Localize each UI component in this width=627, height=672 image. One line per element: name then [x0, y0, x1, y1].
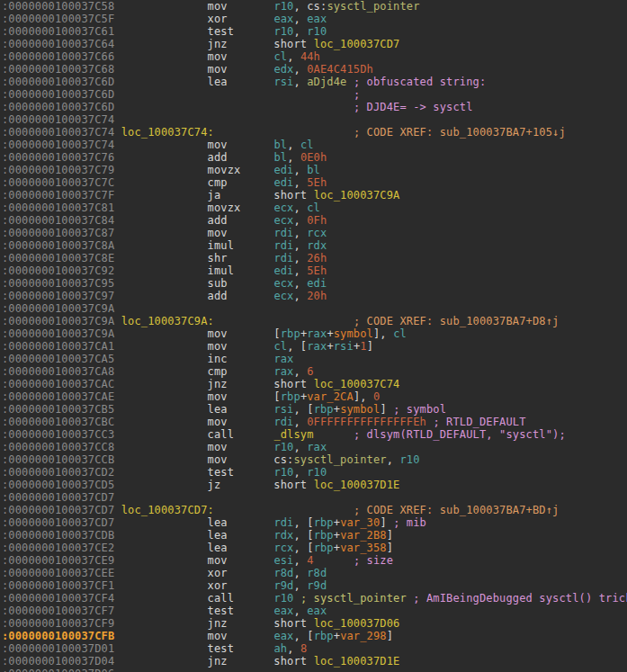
address: :0000000100037C61 [2, 25, 114, 38]
asm-line[interactable]: :0000000100037C74 [2, 113, 627, 126]
asm-line[interactable]: :0000000100037CC8 mov r10, rax [2, 441, 627, 453]
asm-line[interactable]: :0000000100037CAE mov [rbp+var_2CA], 0 [2, 390, 627, 403]
asm-line[interactable]: :0000000100037CEE xor r8d, r8d [2, 567, 627, 579]
data-symbol: aDjd4e [307, 76, 346, 88]
auto-comment: ; sysctl_pointer [300, 592, 407, 605]
register: rdi [273, 252, 293, 264]
data-symbol: sysctl_pointer [294, 453, 387, 466]
asm-line[interactable]: :0000000100037CD7 [2, 491, 627, 504]
register: r10 [400, 453, 420, 466]
asm-line[interactable]: :0000000100037CD5 jz short loc_100037D1E [2, 479, 627, 491]
asm-line[interactable]: :0000000100037C87 mov rdi, rcx [2, 227, 627, 239]
stack-variable: var_298 [340, 630, 387, 642]
address: :0000000100037CF9 [2, 617, 114, 630]
asm-line[interactable]: :0000000100037CCB mov cs:sysctl_pointer,… [2, 453, 627, 466]
asm-line[interactable]: :0000000100037C8E shr rdi, 26h [2, 252, 627, 264]
register: eax [273, 13, 293, 25]
asm-line[interactable]: :0000000100037C79 movzx edi, bl [2, 164, 627, 176]
asm-line[interactable]: :0000000100037CFB mov eax, [rbp+var_298] [2, 630, 627, 642]
number-literal: 8 [300, 642, 307, 655]
asm-line[interactable]: :0000000100037CC3 call _dlsym ; dlsym(RT… [2, 428, 627, 441]
asm-line[interactable]: :0000000100037CD7 lea rdi, [rbp+var_30] … [2, 516, 627, 529]
register: edi [273, 164, 293, 176]
stack-variable: symbol [334, 327, 373, 340]
asm-line[interactable]: :0000000100037C6D lea rsi, aDjd4e ; obfu… [2, 76, 627, 88]
asm-line[interactable]: :0000000100037CA8 cmp rax, 6 [2, 365, 627, 378]
stack-variable: symbol [340, 403, 380, 416]
register: bl [273, 139, 287, 151]
asm-line[interactable]: :0000000100037C9A mov [rbp+rax+symbol], … [2, 327, 627, 340]
asm-text: , [294, 365, 308, 378]
asm-line[interactable]: :0000000100037CF4 call r10 ; sysctl_poin… [2, 592, 627, 605]
comment: ; symbol [393, 403, 446, 416]
asm-line[interactable]: :0000000100037C58 mov r10, cs:sysctl_poi… [2, 0, 627, 13]
asm-line[interactable]: :0000000100037C74 mov bl, cl [2, 139, 627, 151]
asm-text: lea [114, 542, 273, 554]
address: :0000000100037CD7 [2, 516, 114, 529]
asm-line[interactable]: :0000000100037CE2 lea rcx, [rbp+var_358] [2, 542, 627, 554]
address: :0000000100037CAE [2, 390, 114, 403]
asm-line[interactable]: :0000000100037C68 mov edx, 0AE4C415Dh [2, 63, 627, 76]
code-label: _dlsym [273, 428, 313, 441]
asm-line[interactable]: :0000000100037D06 [2, 668, 627, 672]
asm-text: movzx [114, 164, 273, 176]
asm-line[interactable]: :0000000100037C9A [2, 302, 627, 315]
code-label: loc_100037CD7: [121, 504, 214, 516]
number-literal: 0FFFFFFFFFFFFFFFEh [307, 416, 426, 428]
ida-window: { "view": { "title": "IDA Pro disassembl… [0, 0, 627, 672]
number-literal: 26h [307, 252, 327, 264]
address: :0000000100037C7F [2, 189, 114, 202]
asm-line[interactable]: :0000000100037C66 mov cl, 44h [2, 50, 627, 63]
asm-line[interactable]: :0000000100037CAC jnz short loc_100037C7… [2, 378, 627, 390]
asm-text: , [287, 151, 300, 164]
asm-line[interactable]: :0000000100037C95 sub ecx, edi [2, 277, 627, 290]
asm-line[interactable]: :0000000100037CD2 test r10, r10 [2, 466, 627, 479]
asm-text [214, 315, 354, 327]
asm-line[interactable]: :0000000100037C7F ja short loc_100037C9A [2, 189, 627, 202]
register: bl [273, 151, 287, 164]
asm-line[interactable]: :0000000100037C8A imul rdi, rdx [2, 239, 627, 252]
address: :0000000100037C66 [2, 50, 114, 63]
asm-line[interactable]: :0000000100037C6D ; DJD4E= -> sysctl [2, 101, 627, 113]
asm-line[interactable]: :0000000100037C92 imul edi, 5Eh [2, 264, 627, 277]
asm-line[interactable]: :0000000100037D01 test ah, 8 [2, 642, 627, 655]
asm-text: add [114, 151, 273, 164]
asm-line[interactable]: :0000000100037C5F xor eax, eax [2, 13, 627, 25]
address: :0000000100037CDB [2, 529, 114, 542]
asm-text: mov cs: [114, 453, 293, 466]
register: rdi [273, 227, 293, 239]
asm-line[interactable]: :0000000100037CDB lea rdx, [rbp+var_2B8] [2, 529, 627, 542]
asm-line[interactable]: :0000000100037C6D ; [2, 88, 627, 101]
asm-line[interactable]: :0000000100037C7C cmp edi, 5Eh [2, 176, 627, 189]
asm-line[interactable]: :0000000100037CB5 lea rsi, [rbp+symbol] … [2, 403, 627, 416]
address: :0000000100037C5F [2, 13, 114, 25]
asm-line[interactable]: :0000000100037C9A loc_100037C9A: ; CODE … [2, 315, 627, 327]
register: rcx [307, 227, 327, 239]
asm-line[interactable]: :0000000100037CF7 test eax, eax [2, 605, 627, 617]
asm-line[interactable]: :0000000100037D04 jnz short loc_100037D1… [2, 655, 627, 668]
register: rax [273, 353, 293, 365]
asm-line[interactable]: :0000000100037C97 add ecx, 20h [2, 290, 627, 302]
asm-line[interactable]: :0000000100037CD7 loc_100037CD7: ; CODE … [2, 504, 627, 516]
asm-line[interactable]: :0000000100037C81 movzx ecx, cl [2, 202, 627, 214]
asm-text: add [114, 214, 273, 227]
asm-line[interactable]: :0000000100037C74 loc_100037C74: ; CODE … [2, 126, 627, 139]
asm-line[interactable]: :0000000100037C84 add ecx, 0Fh [2, 214, 627, 227]
asm-line[interactable]: :0000000100037CF1 xor r9d, r9d [2, 579, 627, 592]
asm-text: ], [373, 327, 393, 340]
asm-line[interactable]: :0000000100037C64 jnz short loc_100037CD… [2, 38, 627, 50]
disassembly-listing[interactable]: :0000000100037C58 mov r10, cs:sysctl_poi… [2, 0, 627, 672]
asm-line[interactable]: :0000000100037CBC mov rdi, 0FFFFFFFFFFFF… [2, 416, 627, 428]
address: :0000000100037C9A [2, 315, 114, 327]
asm-line[interactable]: :0000000100037C76 add bl, 0E0h [2, 151, 627, 164]
register: cl [273, 340, 287, 353]
asm-line[interactable]: :0000000100037CF9 jnz short loc_100037D0… [2, 617, 627, 630]
asm-text: , [294, 441, 308, 453]
asm-line[interactable]: :0000000100037CA1 mov cl, [rax+rsi+1] [2, 340, 627, 353]
asm-line[interactable]: :0000000100037C61 test r10, r10 [2, 25, 627, 38]
register: cl [273, 50, 287, 63]
asm-line[interactable]: :0000000100037CE9 mov esi, 4 ; size [2, 554, 627, 567]
register: r10 [273, 25, 293, 38]
address-current: :0000000100037CFB [2, 630, 114, 642]
asm-line[interactable]: :0000000100037CA5 inc rax [2, 353, 627, 365]
